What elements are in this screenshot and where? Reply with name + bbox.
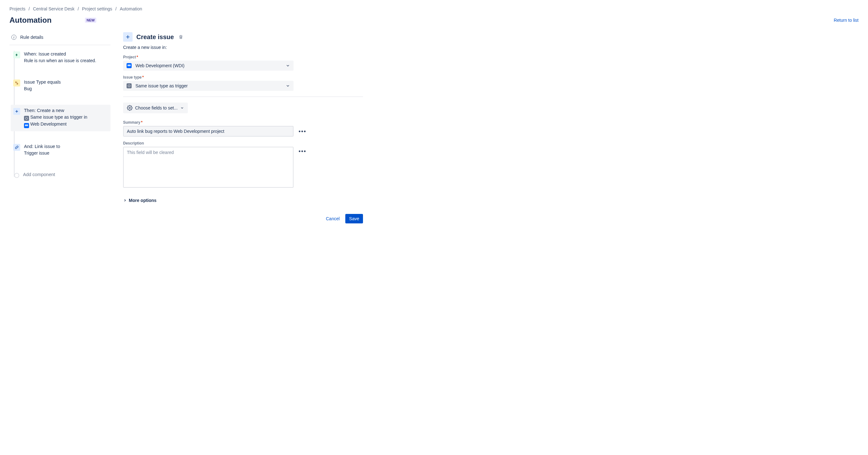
breadcrumb-service-desk[interactable]: Central Service Desk — [33, 6, 74, 11]
description-more-menu[interactable]: ••• — [297, 148, 308, 155]
breadcrumb-automation[interactable]: Automation — [120, 6, 142, 11]
svg-point-0 — [129, 107, 131, 109]
breadcrumb-project-settings[interactable]: Project settings — [82, 6, 112, 11]
branch-icon — [13, 79, 20, 87]
chevron-down-icon — [286, 84, 290, 88]
rule-step-title: Issue Type equals — [24, 79, 108, 85]
panel-title: Create issue — [136, 33, 174, 41]
breadcrumb-separator: / — [29, 6, 30, 11]
rule-step-subtitle: Same issue type as trigger in Web Develo… — [24, 114, 108, 128]
chevron-down-icon — [180, 106, 184, 110]
choose-fields-button[interactable]: Choose fields to set... — [123, 102, 188, 113]
issuetype-label: Issue type* — [123, 75, 859, 79]
page-title: Automation — [9, 16, 52, 25]
info-icon: i — [11, 35, 17, 40]
more-options-label: More options — [129, 198, 157, 203]
project-select[interactable]: Web Development (WDI) — [123, 61, 293, 71]
rule-step-title: Then: Create a new — [24, 108, 108, 113]
rule-details-item[interactable]: i Rule details — [9, 32, 111, 45]
page-header: Automation NEW Return to list — [9, 16, 859, 25]
rule-step-subtitle: Rule is run when an issue is created. — [24, 58, 108, 64]
choose-fields-label: Choose fields to set... — [135, 105, 178, 110]
breadcrumb-separator: / — [116, 6, 117, 11]
target-icon — [127, 83, 132, 88]
rule-step-trigger[interactable]: When: Issue created Rule is run when an … — [11, 48, 111, 67]
breadcrumb: Projects / Central Service Desk / Projec… — [9, 6, 859, 11]
rule-step-subtitle: Bug — [24, 86, 108, 92]
lightning-icon — [13, 52, 20, 58]
summary-more-menu[interactable]: ••• — [297, 128, 308, 135]
link-icon — [13, 144, 20, 151]
breadcrumb-projects[interactable]: Projects — [9, 6, 26, 11]
action-config-panel: Create issue Create a new issue in: Proj… — [123, 32, 859, 223]
issuetype-select[interactable]: Same issue type as trigger — [123, 81, 293, 91]
rule-step-condition[interactable]: Issue Type equals Bug — [11, 76, 111, 95]
gear-icon — [127, 105, 132, 111]
project-select-value: Web Development (WDI) — [135, 63, 184, 68]
chevron-right-icon — [123, 198, 127, 202]
summary-input[interactable] — [123, 126, 293, 137]
add-component-button[interactable]: Add component — [11, 169, 111, 181]
empty-node-icon — [14, 173, 19, 178]
required-star: * — [141, 120, 143, 125]
issuetype-select-value: Same issue type as trigger — [135, 83, 188, 88]
description-label: Description — [123, 141, 859, 145]
rule-builder-sidebar: i Rule details When: Issue created Rule … — [9, 32, 111, 223]
save-button[interactable]: Save — [345, 214, 363, 223]
new-lozenge: NEW — [85, 18, 96, 23]
return-to-list-link[interactable]: Return to list — [834, 18, 859, 23]
cancel-button[interactable]: Cancel — [322, 214, 343, 223]
rule-step-title: When: Issue created — [24, 52, 108, 57]
panel-subtitle: Create a new issue in: — [123, 45, 859, 50]
required-star: * — [137, 55, 138, 59]
project-icon — [127, 63, 132, 68]
rule-timeline: When: Issue created Rule is run when an … — [9, 48, 111, 181]
rule-step-action-create[interactable]: Then: Create a new Same issue type as tr… — [11, 105, 111, 131]
summary-label: Summary* — [123, 120, 859, 125]
more-options-toggle[interactable]: More options — [123, 198, 157, 203]
description-textarea[interactable] — [123, 147, 293, 188]
target-icon — [24, 116, 29, 121]
rule-step-action-link[interactable]: And: Link issue to Trigger issue — [11, 141, 111, 159]
required-star: * — [142, 75, 144, 79]
rule-step-subtitle: Trigger issue — [24, 150, 108, 156]
rule-step-title: And: Link issue to — [24, 144, 108, 149]
plus-icon — [13, 108, 20, 115]
divider — [123, 97, 363, 97]
chevron-down-icon — [286, 63, 290, 68]
breadcrumb-separator: / — [78, 6, 79, 11]
rule-details-label: Rule details — [20, 35, 43, 40]
delete-action-button[interactable] — [178, 34, 183, 39]
plus-icon — [123, 32, 132, 42]
project-icon — [24, 123, 29, 128]
project-label: Project* — [123, 55, 859, 59]
add-component-label: Add component — [23, 172, 108, 177]
